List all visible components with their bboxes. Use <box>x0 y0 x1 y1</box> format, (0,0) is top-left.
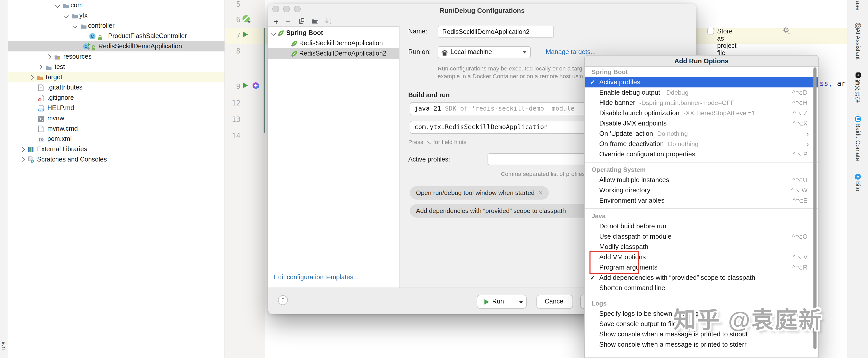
screenshot-stage: ure comytxcontrollerCProductFlashSaleCon… <box>0 0 868 358</box>
structure-toolwindow-button[interactable]: ure <box>0 338 6 353</box>
add-toolbar-icon[interactable]: + <box>274 17 279 26</box>
tree-item--gitattributes[interactable]: .gitattributes <box>8 82 224 93</box>
sidebar-item-baidu-comate[interactable]: Baidu Comate <box>847 115 868 163</box>
tree-item-help-md[interactable]: MDHELP.md <box>8 103 224 113</box>
menu-item-enable-debug-output[interactable]: Enable debug output-Ddebug^⌥D <box>585 88 818 98</box>
tree-item-productflashsalecontroller[interactable]: CProductFlashSaleController <box>8 31 224 41</box>
jre-hint: SDK of 'redis-seckill-demo' module <box>441 105 575 112</box>
menu-item-add-dependencies-with-provided-scope-to-classpath[interactable]: ✓Add dependencies with “provided” scope … <box>585 272 818 283</box>
tree-item-pom-xml[interactable]: mpom.xml <box>8 134 224 144</box>
tree-item-scratches-and-consoles[interactable]: Scratches and Consoles <box>8 154 224 165</box>
chevron-down-icon[interactable] <box>271 31 276 36</box>
chevron-right-icon[interactable] <box>46 54 51 59</box>
remove-toolbar-icon[interactable]: − <box>286 17 290 26</box>
svg-text:<>: <> <box>856 175 860 178</box>
menu-item-disable-launch-optimization[interactable]: Disable launch optimization-XX:TieredSto… <box>585 108 818 118</box>
tree-item-mvnw[interactable]: mvnw <box>8 113 224 124</box>
menu-item-program-arguments[interactable]: Program arguments^⌥R <box>585 262 818 272</box>
store-as-project-file-checkbox[interactable] <box>707 28 714 34</box>
menu-item-do-not-build-before-run[interactable]: Do not build before run <box>585 221 818 231</box>
aihex-gutter-icon[interactable] <box>252 82 259 92</box>
sortaz-toolbar-icon[interactable]: az <box>325 17 333 26</box>
chevron-right-icon[interactable] <box>20 157 25 162</box>
sidebar-item-ai-assistant[interactable]: @AI Assistant <box>847 21 868 62</box>
sidebar-item-通义灵码[interactable]: 通义灵码 <box>847 71 868 105</box>
popup-section-java: Java <box>585 211 818 221</box>
tree-item-com[interactable]: com <box>8 0 224 10</box>
open-tool-window-chip[interactable]: Open run/debug tool window when started× <box>410 186 549 200</box>
gear-icon[interactable] <box>782 27 790 35</box>
menu-item-modify-classpath[interactable]: Modify classpath <box>585 242 818 252</box>
cancel-button-label: Cancel <box>545 298 565 305</box>
copy-toolbar-icon[interactable] <box>299 17 305 26</box>
active-profiles-input[interactable] <box>488 153 598 165</box>
tree-item-external-libraries[interactable]: External Libraries <box>8 144 224 154</box>
chevron-down-icon[interactable] <box>55 3 60 8</box>
main-class-field[interactable]: com.ytx.RedisSeckillDemoApplication <box>410 121 598 134</box>
svg-text:C: C <box>91 34 94 39</box>
chevron-right-icon[interactable] <box>20 147 25 152</box>
edit-configuration-templates-link[interactable]: Edit configuration templates... <box>274 274 359 281</box>
tree-item-redisseckilldemoapplication[interactable]: CRedisSeckillDemoApplication <box>8 41 224 52</box>
run-dropdown-icon[interactable] <box>519 301 523 303</box>
springrun-gutter-icon[interactable] <box>242 15 251 26</box>
tree-item-test[interactable]: test <box>8 62 224 72</box>
menu-item-override-configuration-properties[interactable]: Override configuration properties^⌥P <box>585 149 818 159</box>
menu-item-disable-jmx-endpoints[interactable]: Disable JMX endpoints^⌥X <box>585 118 818 129</box>
at-icon: @ <box>847 21 868 29</box>
tree-item-controller[interactable]: controller <box>8 21 224 31</box>
menu-item-on-frame-deactivation[interactable]: On frame deactivationDo nothing› <box>585 139 818 149</box>
menu-item-on-update-action[interactable]: On 'Update' actionDo nothing› <box>585 129 818 139</box>
run-tree-root-spring-boot[interactable]: Spring Boot <box>268 28 399 38</box>
provided-scope-chip-label: Add dependencies with “provided” scope t… <box>416 207 566 215</box>
tree-item-ytx[interactable]: ytx <box>8 10 224 21</box>
menu-item-use-classpath-of-module[interactable]: Use classpath of module^⌥O <box>585 231 818 242</box>
cancel-button[interactable]: Cancel <box>536 295 573 308</box>
sidebar-item-bito[interactable]: <>Bito <box>847 173 868 193</box>
chevron-down-icon[interactable] <box>64 13 69 18</box>
jre-field[interactable]: java 21 SDK of 'redis-seckill-demo' modu… <box>410 102 598 115</box>
tree-item--gitignore[interactable]: .gitignore <box>8 93 224 103</box>
provided-scope-chip[interactable]: Add dependencies with “provided” scope t… <box>410 204 590 218</box>
menu-item-label: Modify classpath <box>599 242 648 252</box>
run-on-select[interactable]: Local machine <box>438 46 531 58</box>
tongyi-icon <box>847 71 868 79</box>
menu-item-add-vm-options[interactable]: Add VM options^⌥V <box>585 252 818 262</box>
code-token-dark: ar <box>833 79 846 88</box>
menu-item-shortcut: ^⌥H <box>792 98 808 108</box>
menu-item-environment-variables[interactable]: Environment variables^⌥E <box>585 195 818 206</box>
tree-item-mvnw-cmd[interactable]: mvnw.cmd <box>8 124 224 134</box>
tree-item-target[interactable]: target <box>8 72 224 82</box>
play-gutter-icon[interactable] <box>242 82 249 91</box>
chevron-down-icon[interactable] <box>72 23 78 29</box>
newfolder-toolbar-icon[interactable] <box>311 17 319 26</box>
chevron-right-icon[interactable] <box>37 65 42 70</box>
chevron-right-icon[interactable] <box>29 75 34 80</box>
manage-targets-link[interactable]: Manage targets... <box>546 48 596 56</box>
tree-item-label: .gitignore <box>48 93 74 103</box>
close-icon[interactable]: × <box>539 189 542 196</box>
run-config-redisseckilldemoapplication[interactable]: RedisSeckillDemoApplication <box>268 38 399 48</box>
submenu-arrow-icon: › <box>806 129 809 138</box>
tree-item-resources[interactable]: resources <box>8 52 224 62</box>
menu-item-shortcut: ^⌥V <box>793 252 808 262</box>
menu-item-active-profiles[interactable]: ✓Active profiles <box>585 77 818 88</box>
run-config-redisseckilldemoapplication2[interactable]: RedisSeckillDemoApplication2 <box>268 48 399 59</box>
help-button[interactable]: ? <box>278 295 288 305</box>
name-label: Name: <box>408 28 427 35</box>
play-gutter-icon[interactable] <box>242 31 249 40</box>
name-input[interactable] <box>438 26 554 37</box>
menu-item-label: Save console output to file <box>599 319 677 329</box>
sidebar-item-ase[interactable]: ase <box>847 1 868 12</box>
run-button[interactable]: Run <box>477 295 527 308</box>
menu-item-label: Disable JMX endpoints <box>599 118 667 129</box>
menu-item-shorten-command-line[interactable]: Shorten command line <box>585 283 818 293</box>
menu-item-working-directory[interactable]: Working directory^⌥W <box>585 185 818 195</box>
tree-item-label: Scratches and Consoles <box>37 154 107 165</box>
menu-item-shortcut: ^⌥U <box>792 175 808 185</box>
menu-item-hide-banner[interactable]: Hide banner-Dspring.main.banner-mode=OFF… <box>585 98 818 108</box>
menu-item-show-console-when-a-message-is-printed-to-stderr[interactable]: Show console when a message is printed t… <box>585 339 818 350</box>
menu-item-label: Do not build before run <box>599 221 666 231</box>
tree-item-label: mvnw.cmd <box>48 124 78 134</box>
menu-item-allow-multiple-instances[interactable]: Allow multiple instances^⌥U <box>585 175 818 185</box>
